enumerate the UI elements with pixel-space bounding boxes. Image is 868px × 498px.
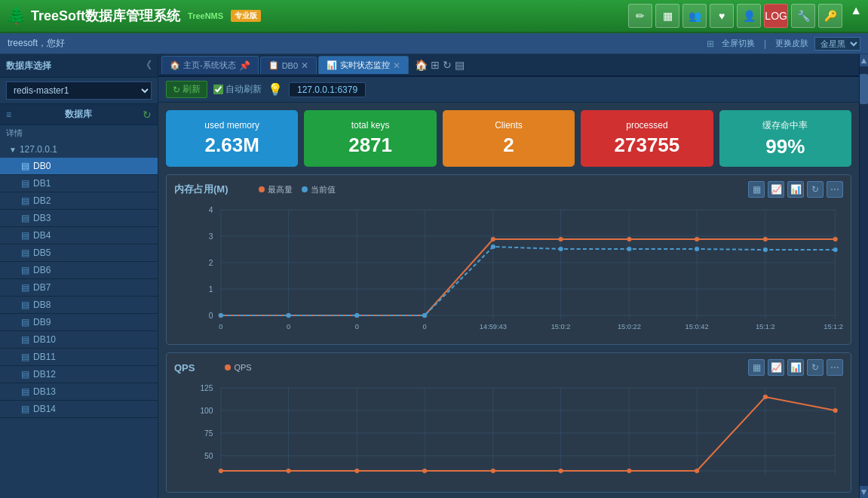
tab-menu-btn[interactable]: ▤ xyxy=(455,59,465,71)
db-icon: ▤ xyxy=(21,161,29,171)
main-toolbar: treesoft，您好 ⊞ 全屏切换 | 更换皮肤 金星黑 默认 蓝色 暗黑 xyxy=(0,33,868,54)
sidebar-item-db5[interactable]: ▤ DB5 xyxy=(0,244,158,262)
db0-tab-icon: 📋 xyxy=(268,60,279,70)
home-tab-pin[interactable]: 📌 xyxy=(239,60,250,71)
auto-refresh-toggle[interactable]: 自动刷新 xyxy=(213,83,262,96)
fullscreen-btn[interactable]: 全屏切换 xyxy=(722,38,755,49)
used-memory-label: used memory xyxy=(204,120,259,131)
db-item-label: DB0 xyxy=(33,161,51,171)
db-icon: ▤ xyxy=(21,300,29,310)
memory-chart-line-btn[interactable]: 📈 xyxy=(768,181,784,198)
tab-refresh-btn[interactable]: ↻ xyxy=(443,59,452,71)
scrollbar-down-btn[interactable]: ▼ xyxy=(860,486,868,498)
sidebar-item-db7[interactable]: ▤ DB7 xyxy=(0,279,158,297)
svg-text:0: 0 xyxy=(209,312,213,320)
tab-realtime[interactable]: 📊 实时状态监控 ✕ xyxy=(318,56,409,74)
refresh-button[interactable]: ↻ 刷新 xyxy=(166,81,207,98)
legend-current-label: 当前值 xyxy=(311,184,336,195)
tab-db0[interactable]: 📋 DB0 ✕ xyxy=(260,57,317,74)
sidebar-item-db4[interactable]: ▤ DB4 xyxy=(0,227,158,244)
processed-label: processed xyxy=(626,120,667,131)
svg-point-42 xyxy=(354,313,359,318)
auto-refresh-checkbox[interactable] xyxy=(213,85,223,94)
scrollbar-up-btn[interactable]: ▲ xyxy=(860,54,868,66)
skin-label: 更换皮肤 xyxy=(775,38,808,49)
svg-point-44 xyxy=(491,244,495,249)
svg-point-49 xyxy=(833,247,838,252)
qps-chart-refresh-btn[interactable]: ↻ xyxy=(807,359,824,376)
person-icon-btn[interactable]: 👤 xyxy=(737,4,761,28)
tab-home-btn[interactable]: 🏠 xyxy=(415,59,428,71)
memory-chart-refresh-btn[interactable]: ↻ xyxy=(807,181,824,198)
scrollbar-track[interactable] xyxy=(860,66,868,486)
sidebar-item-db8[interactable]: ▤ DB8 xyxy=(0,297,158,314)
table-icon-btn[interactable]: ▦ xyxy=(655,4,679,28)
db-list: ▤ DB0 ▤ DB1 ▤ DB2 ▤ DB3 ▤ DB4 ▤ DB5 xyxy=(0,158,158,498)
realtime-tab-close[interactable]: ✕ xyxy=(393,60,400,71)
db0-tab-label: DB0 xyxy=(282,61,298,70)
processed-card: processed 273755 xyxy=(581,110,713,167)
clients-value: 2 xyxy=(503,134,514,157)
qps-chart-panel: QPS QPS ▦ 📈 📊 ↻ ⋯ xyxy=(166,352,851,493)
sidebar-item-db10[interactable]: ▤ DB10 xyxy=(0,331,158,349)
server-row[interactable]: ▼ 127.0.0.1 xyxy=(0,141,158,158)
qps-chart-grid-btn[interactable]: ▦ xyxy=(748,359,765,376)
svg-point-45 xyxy=(559,247,563,251)
key-icon-btn[interactable]: 🔑 xyxy=(818,4,842,28)
db0-tab-close[interactable]: ✕ xyxy=(301,60,308,71)
sidebar-item-db3[interactable]: ▤ DB3 xyxy=(0,210,158,227)
svg-text:100: 100 xyxy=(200,407,213,415)
edit-icon-btn[interactable]: ✏ xyxy=(628,4,652,28)
svg-text:3: 3 xyxy=(209,232,213,241)
sidebar-item-db6[interactable]: ▤ DB6 xyxy=(0,262,158,279)
home-tab-label: 主页-系统状态 xyxy=(183,60,236,71)
detail-row: 详情 xyxy=(0,125,158,141)
bulb-icon[interactable]: 💡 xyxy=(268,82,283,97)
svg-text:0: 0 xyxy=(287,323,290,330)
tab-expand-btn[interactable]: ⊞ xyxy=(431,59,440,71)
header-collapse-btn[interactable]: ▲ xyxy=(850,4,862,28)
memory-chart-menu-btn[interactable]: ⋯ xyxy=(827,181,843,198)
database-refresh-icon[interactable]: ↻ xyxy=(143,109,152,121)
skin-select[interactable]: 金星黑 默认 蓝色 暗黑 xyxy=(814,37,860,51)
users-icon-btn[interactable]: 👥 xyxy=(682,4,707,28)
used-memory-card: used memory 2.63M xyxy=(166,110,298,167)
sidebar-item-db1[interactable]: ▤ DB1 xyxy=(0,175,158,192)
db-item-label: DB8 xyxy=(33,300,51,310)
sidebar-item-db9[interactable]: ▤ DB9 xyxy=(0,314,158,331)
svg-point-38 xyxy=(763,237,768,241)
memory-chart-panel: 内存占用(M) 最高量 当前值 ▦ 📈 xyxy=(166,174,851,345)
svg-point-74 xyxy=(559,469,563,473)
qps-chart-menu-btn[interactable]: ⋯ xyxy=(827,359,843,376)
db-instance-select[interactable]: redis-master1 redis-slave1 redis-slave2 xyxy=(6,81,152,100)
svg-text:15:1:2: 15:1:2 xyxy=(756,323,775,330)
db-item-label: DB11 xyxy=(33,352,56,362)
memory-chart-bar-btn[interactable]: 📊 xyxy=(787,181,804,198)
heart-icon-btn[interactable]: ♥ xyxy=(710,4,734,28)
db-item-label: DB10 xyxy=(33,334,56,345)
scrollbar-thumb[interactable] xyxy=(860,74,868,104)
sidebar-item-db2[interactable]: ▤ DB2 xyxy=(0,192,158,210)
tab-home[interactable]: 🏠 主页-系统状态 📌 xyxy=(161,56,259,74)
memory-chart-grid-btn[interactable]: ▦ xyxy=(748,181,765,198)
svg-text:75: 75 xyxy=(204,429,213,438)
app-logo: 🌲 TreeSoft数据库管理系统 TreeNMS 专业版 xyxy=(6,6,261,26)
qps-chart-bar-btn[interactable]: 📊 xyxy=(787,359,804,376)
db-icon: ▤ xyxy=(21,317,29,327)
sidebar-item-db0[interactable]: ▤ DB0 xyxy=(0,158,158,175)
sidebar-item-db14[interactable]: ▤ DB14 xyxy=(0,401,158,418)
qps-chart-line-btn[interactable]: 📈 xyxy=(768,359,784,376)
db-item-label: DB14 xyxy=(33,404,56,414)
db-icon: ▤ xyxy=(21,334,29,345)
server-address: 127.0.0.1:6379 xyxy=(289,82,366,97)
tool-icon-btn[interactable]: 🔧 xyxy=(791,4,815,28)
sidebar-item-db12[interactable]: ▤ DB12 xyxy=(0,366,158,383)
svg-point-40 xyxy=(219,313,223,318)
db-icon: ▤ xyxy=(21,352,29,362)
sidebar-item-db13[interactable]: ▤ DB13 xyxy=(0,383,158,401)
sidebar-collapse-btn[interactable]: 《 xyxy=(141,59,152,72)
sidebar-item-db11[interactable]: ▤ DB11 xyxy=(0,349,158,366)
log-icon-btn[interactable]: LOG xyxy=(764,4,788,28)
svg-text:1: 1 xyxy=(209,285,213,294)
content-area: 🏠 主页-系统状态 📌 📋 DB0 ✕ 📊 实时状态监控 ✕ 🏠 ⊞ ↻ ▤ xyxy=(158,54,859,498)
